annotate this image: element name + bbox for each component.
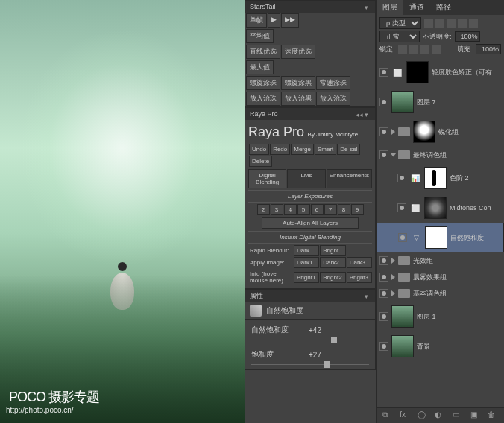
lock-pos-icon[interactable] [420, 45, 429, 54]
flyout-icon[interactable]: ▾ [365, 111, 371, 117]
visibility-toggle[interactable] [379, 273, 388, 282]
exp-5[interactable]: 5 [297, 204, 310, 215]
visibility-toggle[interactable] [379, 256, 388, 265]
tab-paths[interactable]: 路径 [430, 0, 457, 15]
layer-thumb[interactable] [391, 91, 414, 113]
layer-row[interactable]: 图层 7 [377, 87, 504, 117]
auto-align-button[interactable]: Auto-Align All Layers [262, 217, 359, 229]
layer-mask-thumb[interactable] [406, 61, 429, 83]
undo-button[interactable]: Undo [249, 144, 269, 155]
layer-row[interactable]: 光效组 [377, 252, 504, 269]
merge-button[interactable]: Merge [291, 144, 314, 155]
disclosure-icon[interactable] [391, 153, 397, 157]
dark2[interactable]: Dark2 [320, 257, 345, 268]
visibility-toggle[interactable] [379, 98, 388, 106]
add-mask-icon[interactable]: ◯ [418, 410, 428, 421]
layer-name[interactable]: 图层 1 [417, 312, 436, 322]
visibility-toggle[interactable] [379, 150, 388, 159]
layer-row[interactable]: 背景 [377, 331, 504, 361]
layer-name[interactable]: 光效组 [413, 256, 433, 266]
dark1[interactable]: Dark1 [294, 257, 319, 268]
layer-name[interactable]: 色阶 2 [450, 174, 469, 183]
delete-layer-icon[interactable]: 🗑 [488, 410, 498, 421]
st-btn[interactable]: ▶ [268, 13, 280, 28]
opacity-input[interactable] [455, 31, 480, 42]
layer-row[interactable]: 图层 1 [377, 302, 504, 331]
st-btn[interactable]: 放入治黑 [281, 92, 315, 106]
disclosure-icon[interactable] [391, 290, 395, 296]
layer-name[interactable]: 基本调色组 [413, 289, 447, 299]
st-btn[interactable]: 速度优选 [281, 45, 315, 59]
visibility-toggle[interactable] [379, 342, 388, 351]
dark3[interactable]: Dark3 [347, 257, 372, 268]
vibrance-slider[interactable]: 自然饱和度 +42 [245, 320, 375, 340]
bright2[interactable]: Bright2 [320, 272, 345, 283]
layer-row[interactable]: ⬜ 轻度肤色矫正（可有 [377, 57, 504, 87]
lock-all-icon[interactable] [432, 45, 441, 54]
layer-mask-thumb[interactable] [424, 197, 447, 219]
exp-3[interactable]: 3 [271, 204, 283, 215]
bright3[interactable]: Bright3 [347, 272, 372, 283]
link-layers-icon[interactable]: ⧉ [382, 410, 393, 421]
layer-thumb[interactable] [391, 335, 414, 357]
visibility-toggle[interactable] [379, 68, 388, 77]
exp-2[interactable]: 2 [257, 204, 270, 215]
new-adjustment-icon[interactable]: ◐ [435, 410, 445, 421]
rapid-bright[interactable]: Bright [320, 245, 345, 256]
flyout-icon[interactable]: ▾ [365, 293, 371, 299]
st-btn[interactable]: 直线优选 [246, 45, 280, 59]
visibility-toggle[interactable] [398, 233, 407, 242]
redo-button[interactable]: Redo [270, 144, 290, 155]
flyout-icon[interactable]: ▾ [365, 4, 371, 10]
layer-row[interactable]: 锐化组 [377, 117, 504, 147]
layer-mask-thumb[interactable] [424, 167, 447, 189]
tab-enhancements[interactable]: Enhancements [327, 169, 372, 188]
filter-shape-icon[interactable] [458, 19, 467, 28]
st-btn[interactable]: 螺旋涂珠 [246, 76, 280, 90]
st-btn[interactable]: 螺旋涂黑 [281, 76, 315, 90]
visibility-toggle[interactable] [397, 203, 406, 212]
exp-9[interactable]: 9 [351, 204, 364, 215]
layer-name[interactable]: 最终调色组 [413, 150, 447, 160]
st-btn[interactable]: 平均值 [246, 29, 274, 43]
blend-mode-select[interactable]: 正常 [379, 31, 420, 42]
delete-button[interactable]: Delete [249, 156, 272, 167]
layer-thumb[interactable] [391, 305, 414, 328]
st-btn[interactable]: 放入治珠 [246, 92, 280, 106]
bright1[interactable]: Bright1 [294, 272, 319, 283]
fill-input[interactable] [476, 44, 501, 54]
st-btn[interactable]: ▶▶ [281, 13, 299, 28]
visibility-toggle[interactable] [397, 174, 406, 182]
collapse-icon[interactable]: ◂◂ [356, 111, 362, 117]
lock-pixels-icon[interactable] [409, 45, 418, 54]
smart-button[interactable]: Smart [315, 144, 336, 155]
tab-digital-blending[interactable]: Digital Blending [248, 169, 286, 188]
exp-6[interactable]: 6 [311, 204, 324, 215]
exp-4[interactable]: 4 [284, 204, 297, 215]
layer-fx-icon[interactable]: fx [400, 410, 410, 421]
new-layer-icon[interactable]: ▣ [470, 410, 481, 421]
tab-channels[interactable]: 通道 [403, 0, 430, 15]
filter-adj-icon[interactable] [435, 19, 444, 28]
filter-smart-icon[interactable] [469, 19, 478, 28]
st-btn[interactable]: 单帧 [246, 13, 267, 28]
visibility-toggle[interactable] [379, 127, 388, 136]
st-btn[interactable]: 常速涂珠 [316, 76, 350, 90]
layer-row[interactable]: ⬜ Midtones Con [377, 193, 504, 223]
layer-kind-filter[interactable]: ρ 类型 [379, 17, 421, 29]
layer-name[interactable]: 图层 7 [417, 98, 436, 107]
saturation-slider[interactable]: 饱和度 +27 [245, 345, 375, 364]
tab-lms[interactable]: LMs [287, 169, 325, 188]
exp-8[interactable]: 8 [338, 204, 350, 215]
layer-name[interactable]: 锐化组 [438, 127, 459, 137]
layer-row[interactable]: ▽ 自然饱和度 [377, 223, 504, 252]
layer-mask-thumb[interactable] [413, 121, 435, 143]
layer-row[interactable]: 📊 色阶 2 [377, 163, 504, 193]
filter-type-icon[interactable] [447, 19, 456, 28]
desel-button[interactable]: De-sel [337, 144, 360, 155]
lock-trans-icon[interactable] [398, 45, 407, 54]
rapid-dark[interactable]: Dark [294, 245, 319, 256]
layer-name[interactable]: 晨雾效果组 [413, 273, 447, 282]
layer-name[interactable]: Midtones Con [450, 204, 491, 212]
tab-layers[interactable]: 图层 [377, 0, 403, 15]
